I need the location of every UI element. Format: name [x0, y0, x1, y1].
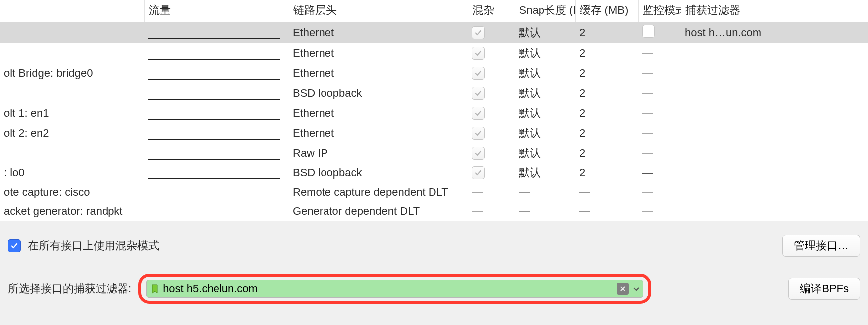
cell-interface: : lo0	[0, 163, 144, 183]
cell-snaplen: 默认	[515, 43, 575, 63]
cell-monitor: —	[638, 63, 681, 83]
table-row[interactable]: Raw IP默认2—	[0, 143, 868, 163]
interfaces-table-container: 流量 链路层头 混杂 Snap长度 (B 缓存 (MB) 监控模式 捕获过滤器 …	[0, 0, 868, 221]
cell-traffic	[144, 63, 289, 83]
col-snaplen[interactable]: Snap长度 (B	[515, 0, 575, 22]
promisc-checkbox[interactable]	[472, 26, 485, 39]
cell-buffer: 2	[575, 43, 638, 63]
cell-promisc	[468, 123, 515, 143]
cell-traffic	[144, 123, 289, 143]
traffic-sparkline	[148, 59, 280, 60]
col-interface[interactable]	[0, 0, 144, 22]
traffic-sparkline	[148, 139, 280, 140]
cell-buffer: 2	[575, 22, 638, 44]
table-row[interactable]: Ethernet默认2host h…un.com	[0, 22, 868, 44]
cell-filter	[681, 202, 868, 221]
chevron-down-icon[interactable]	[633, 285, 640, 292]
cell-interface: olt 2: en2	[0, 123, 144, 143]
cell-promisc	[468, 63, 515, 83]
promisc-all-checkbox[interactable]	[8, 239, 21, 252]
cell-promisc	[468, 83, 515, 103]
cell-linklayer: Ethernet	[289, 43, 468, 63]
table-row[interactable]: ote capture: ciscoRemote capture depende…	[0, 183, 868, 202]
cell-buffer: —	[575, 202, 638, 221]
cell-buffer: 2	[575, 123, 638, 143]
cell-linklayer: Generator dependent DLT	[289, 202, 468, 221]
cell-interface	[0, 43, 144, 63]
cell-filter	[681, 183, 868, 202]
promisc-checkbox[interactable]	[472, 147, 485, 160]
table-row[interactable]: BSD loopback默认2—	[0, 83, 868, 103]
promisc-checkbox[interactable]	[472, 107, 485, 120]
monitor-dash: —	[642, 205, 653, 217]
promisc-checkbox[interactable]	[472, 87, 485, 100]
traffic-sparkline	[148, 159, 280, 160]
promisc-all-label: 在所有接口上使用混杂模式	[28, 238, 159, 253]
promisc-dash: —	[472, 205, 483, 217]
cell-snaplen: —	[515, 202, 575, 221]
promisc-checkbox[interactable]	[472, 47, 485, 60]
col-monitor[interactable]: 监控模式	[638, 0, 681, 22]
cell-traffic	[144, 43, 289, 63]
capture-filter-label: 所选择接口的捕获过滤器:	[8, 281, 131, 296]
cell-monitor: —	[638, 103, 681, 123]
monitor-dash: —	[642, 47, 653, 59]
col-filter[interactable]: 捕获过滤器	[681, 0, 868, 22]
cell-promisc	[468, 143, 515, 163]
cell-linklayer: Ethernet	[289, 63, 468, 83]
compile-bpf-button[interactable]: 编译BPFs	[788, 278, 860, 300]
table-row[interactable]: olt 2: en2Ethernet默认2—	[0, 123, 868, 143]
cell-traffic	[144, 183, 289, 202]
capture-filter-field[interactable]	[146, 280, 643, 298]
table-row[interactable]: olt Bridge: bridge0Ethernet默认2—	[0, 63, 868, 83]
monitor-dash: —	[642, 147, 653, 159]
cell-interface: olt Bridge: bridge0	[0, 63, 144, 83]
manage-interfaces-button[interactable]: 管理接口…	[782, 235, 860, 257]
cell-monitor: —	[638, 43, 681, 63]
table-row[interactable]: acket generator: randpktGenerator depend…	[0, 202, 868, 221]
interfaces-table[interactable]: 流量 链路层头 混杂 Snap长度 (B 缓存 (MB) 监控模式 捕获过滤器 …	[0, 0, 868, 221]
table-row[interactable]: : lo0BSD loopback默认2—	[0, 163, 868, 183]
col-buffer[interactable]: 缓存 (MB)	[575, 0, 638, 22]
cell-filter	[681, 43, 868, 63]
cell-traffic	[144, 83, 289, 103]
cell-traffic	[144, 163, 289, 183]
capture-filter-input[interactable]	[160, 280, 617, 297]
col-linklayer[interactable]: 链路层头	[289, 0, 468, 22]
cell-promisc: —	[468, 183, 515, 202]
cell-interface: ote capture: cisco	[0, 183, 144, 202]
traffic-sparkline	[148, 178, 280, 179]
cell-monitor: —	[638, 163, 681, 183]
cell-snaplen: 默认	[515, 123, 575, 143]
monitor-dash: —	[642, 87, 653, 99]
cell-linklayer: Remote capture dependent DLT	[289, 183, 468, 202]
cell-snaplen: 默认	[515, 83, 575, 103]
monitor-dash: —	[642, 186, 653, 198]
cell-linklayer: Ethernet	[289, 22, 468, 44]
cell-linklayer: Ethernet	[289, 103, 468, 123]
clear-icon[interactable]	[617, 283, 629, 295]
cell-promisc	[468, 103, 515, 123]
cell-filter: host h…un.com	[681, 22, 868, 44]
table-row[interactable]: olt 1: en1Ethernet默认2—	[0, 103, 868, 123]
col-promisc[interactable]: 混杂	[468, 0, 515, 22]
col-traffic[interactable]: 流量	[144, 0, 289, 22]
table-row[interactable]: Ethernet默认2—	[0, 43, 868, 63]
cell-snaplen: —	[515, 183, 575, 202]
cell-monitor: —	[638, 123, 681, 143]
cell-promisc	[468, 163, 515, 183]
cell-interface	[0, 143, 144, 163]
monitor-dash: —	[642, 67, 653, 79]
table-header-row: 流量 链路层头 混杂 Snap长度 (B 缓存 (MB) 监控模式 捕获过滤器	[0, 0, 868, 22]
traffic-sparkline	[148, 119, 280, 120]
promisc-checkbox[interactable]	[472, 67, 485, 80]
promisc-checkbox[interactable]	[472, 127, 485, 140]
cell-linklayer: BSD loopback	[289, 83, 468, 103]
monitor-dash: —	[642, 127, 653, 139]
promisc-checkbox[interactable]	[472, 166, 485, 179]
traffic-sparkline	[148, 79, 280, 80]
cell-monitor	[638, 22, 681, 44]
bookmark-icon[interactable]	[150, 284, 160, 294]
cell-filter	[681, 143, 868, 163]
monitor-checkbox[interactable]	[642, 25, 655, 38]
